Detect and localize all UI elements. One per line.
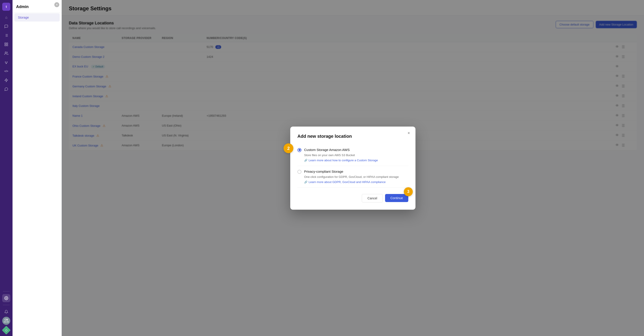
conversations-icon[interactable] [2, 22, 10, 31]
sidebar-divider-2 [3, 305, 10, 305]
svg-marker-13 [5, 79, 8, 82]
bell-icon[interactable] [2, 308, 10, 316]
radio-label-privacy: Privacy-compliant Storage [304, 170, 343, 173]
radio-aws[interactable] [298, 148, 302, 152]
external-link-icon: 🔗 [304, 159, 308, 162]
radio-desc-privacy: One-click configuration for GDPR, GovClo… [304, 175, 408, 179]
settings-icon[interactable] [2, 294, 10, 302]
modal-close-button[interactable]: × [406, 130, 412, 136]
external-link-icon-2: 🔗 [304, 181, 308, 184]
radio-desc-aws: Store files on your own AWS S3 Bucket [304, 153, 408, 157]
nav-title: Admin [12, 0, 62, 13]
storage-option-privacy[interactable]: Privacy-compliant Storage One-click conf… [298, 166, 408, 188]
radio-header-privacy: Privacy-compliant Storage [298, 170, 408, 174]
step-badge-2: 2 [284, 143, 294, 153]
modal-overlay: 2 × Add new storage location Custom Stor… [62, 0, 644, 336]
svg-point-10 [5, 52, 6, 53]
extensions-icon[interactable] [2, 76, 10, 84]
nav-close-button[interactable]: ✕ [54, 2, 59, 7]
step-badge-3: 3 [404, 187, 413, 196]
modal-footer: Cancel 3 Continue [298, 194, 408, 203]
list-icon[interactable] [2, 31, 10, 39]
svg-rect-6 [5, 43, 6, 44]
diamond-icon: ◇ [2, 326, 11, 335]
svg-point-14 [6, 298, 7, 299]
home-icon[interactable]: ⌂ [2, 14, 10, 22]
avatar[interactable]: CM 33:05 [2, 317, 10, 325]
aws-learn-more-link[interactable]: 🔗 Learn more about how to configure a Cu… [304, 158, 378, 162]
storage-option-aws[interactable]: Custom Storage Amazon AWS Store files on… [298, 144, 408, 166]
modal-title: Add new storage location [298, 134, 408, 139]
svg-rect-7 [7, 43, 8, 44]
trophy-icon[interactable] [2, 58, 10, 66]
radio-privacy[interactable] [298, 170, 302, 174]
tasks-icon[interactable] [2, 40, 10, 48]
chat-icon[interactable] [2, 85, 10, 93]
nav-menu: Storage [12, 13, 62, 22]
code-icon[interactable]: </> [2, 67, 10, 75]
sidebar: t ⌂ </> CM 33:05 ◇ [0, 0, 12, 336]
continue-button[interactable]: Continue [385, 194, 408, 202]
svg-rect-8 [7, 45, 8, 46]
nav-panel: ✕ Admin Storage [12, 0, 62, 336]
app-logo[interactable]: t [2, 3, 10, 11]
main-content: Storage Settings Data Storage Locations … [62, 0, 644, 336]
svg-rect-9 [5, 45, 6, 46]
sidebar-item-storage[interactable]: Storage [14, 14, 60, 22]
add-storage-modal: × Add new storage location Custom Storag… [290, 126, 416, 210]
privacy-learn-more-link[interactable]: 🔗 Learn more about GDPR, GovCloud and HI… [304, 180, 386, 184]
sidebar-divider [3, 291, 10, 291]
radio-label-aws: Custom Storage Amazon AWS [304, 148, 350, 152]
users-icon[interactable] [2, 49, 10, 57]
cancel-button[interactable]: Cancel [362, 194, 383, 203]
radio-header-aws: Custom Storage Amazon AWS [298, 148, 408, 152]
